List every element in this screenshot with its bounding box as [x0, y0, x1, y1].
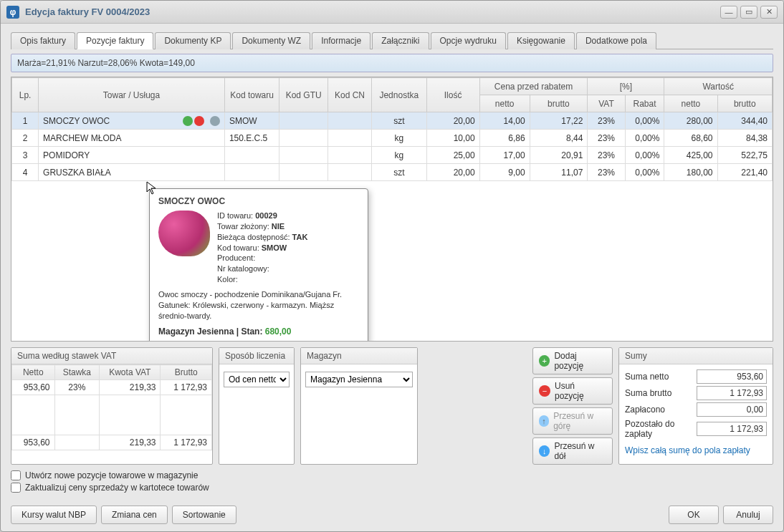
window: φ Edycja faktury FV 0004/2023 — ▭ ✕ Opis… — [0, 0, 784, 532]
money-icon[interactable] — [183, 116, 193, 126]
tab-opcje-wydruku[interactable]: Opcje wydruku — [431, 32, 506, 49]
app-icon: φ — [6, 6, 19, 19]
col-netto[interactable]: netto — [479, 95, 530, 112]
check-create-items[interactable]: Utwórz nowe pozycje towarowe w magazynie — [11, 470, 773, 480]
minimize-button[interactable]: — — [720, 6, 737, 19]
vat-col-netto: Netto — [12, 365, 55, 380]
col-brutto[interactable]: brutto — [530, 95, 588, 112]
tooltip-image — [158, 211, 210, 256]
table-row[interactable]: 3POMIDORYkg25,0017,0020,9123%0,00%425,00… — [12, 147, 773, 164]
grid-group-header: Lp. Towar / Usługa Kod towaru Kod GTU Ko… — [12, 78, 773, 95]
col-gtu[interactable]: Kod GTU — [279, 78, 328, 112]
items-grid[interactable]: Lp. Towar / Usługa Kod towaru Kod GTU Ko… — [11, 77, 773, 342]
tooltip-title: SMOCZY OWOC — [158, 196, 359, 206]
arrow-down-icon: ↓ — [539, 445, 550, 457]
move-down-button[interactable]: ↓Przesuń w dół — [532, 437, 613, 465]
checkboxes: Utwórz nowe pozycje towarowe w magazynie… — [11, 470, 773, 493]
col-qty[interactable]: Ilość — [426, 78, 479, 112]
col-rabat[interactable]: Rabat — [625, 95, 664, 112]
tooltip-stock: Magazyn Jesienna | Stan: 680,00 — [158, 327, 359, 337]
nbp-rates-button[interactable]: Kursy walut NBP — [11, 506, 97, 524]
sums-panel: Sumy Suma netto953,60Suma brutto1 172,93… — [618, 347, 773, 465]
vat-summary-panel: Suma według stawek VAT Netto Stawka Kwot… — [11, 347, 213, 465]
vat-col-kwota: Kwota VAT — [100, 365, 161, 380]
tab-pozycje-faktury[interactable]: Pozycje faktury — [77, 32, 153, 49]
warehouse-panel: Magazyn Magazyn Jesienna — [300, 347, 418, 465]
col-name[interactable]: Towar / Usługa — [39, 78, 225, 112]
info-strip: Marża=21,91% Narzut=28,06% Kwota=149,00 — [11, 54, 773, 72]
col-vat[interactable]: VAT — [588, 95, 625, 112]
warehouse-header: Magazyn — [301, 348, 417, 364]
change-prices-button[interactable]: Zmiana cen — [101, 506, 168, 524]
col-group-percent: [%] — [588, 78, 664, 95]
col-wnetto[interactable]: netto — [664, 95, 717, 112]
check-update-input[interactable] — [11, 483, 21, 493]
check-update-prices[interactable]: Zaktualizuj ceny sprzedaży w kartotece t… — [11, 483, 773, 493]
vat-panel-header: Suma według stawek VAT — [11, 348, 212, 364]
remove-item-button[interactable]: −Usuń pozycję — [532, 377, 613, 405]
move-up-button[interactable]: ↑Przesuń w górę — [532, 407, 613, 435]
content: Opis fakturyPozycje fakturyDokumenty KPD… — [1, 24, 783, 500]
vat-row[interactable]: 953,60 23% 219,33 1 172,93 — [12, 380, 212, 395]
window-title: Edycja faktury FV 0004/2023 — [25, 6, 720, 17]
tab-dokumenty-kp[interactable]: Dokumenty KP — [155, 32, 231, 49]
calc-mode-select[interactable]: Od cen netto — [224, 372, 290, 387]
col-lp[interactable]: Lp. — [12, 78, 39, 112]
sum-row: Suma netto953,60 — [625, 369, 767, 384]
tab-dodatkowe-pola[interactable]: Dodatkowe pola — [576, 32, 656, 49]
sum-row: Pozostało do zapłaty1 172,93 — [625, 419, 767, 439]
maximize-button[interactable]: ▭ — [740, 6, 757, 19]
add-item-button[interactable]: +Dodaj pozycję — [532, 347, 613, 374]
col-unit[interactable]: Jednostka — [372, 78, 426, 112]
fill-paid-link[interactable]: Wpisz całą sumę do pola zapłaty — [625, 445, 750, 455]
col-code[interactable]: Kod towaru — [224, 78, 279, 112]
tab-informacje[interactable]: Informacje — [312, 32, 371, 49]
cancel-button[interactable]: Anuluj — [723, 506, 773, 524]
calc-mode-panel: Sposób liczenia Od cen netto — [219, 347, 295, 465]
sum-row: Zapłacono0,00 — [625, 402, 767, 417]
tab-księgowanie[interactable]: Księgowanie — [507, 32, 575, 49]
action-buttons: +Dodaj pozycję −Usuń pozycję ↑Przesuń w … — [532, 347, 613, 465]
sort-button[interactable]: Sortowanie — [172, 506, 236, 524]
titlebar: φ Edycja faktury FV 0004/2023 — ▭ ✕ — [1, 1, 783, 24]
sums-header: Sumy — [619, 348, 773, 364]
minus-icon: − — [539, 385, 550, 397]
item-tooltip: SMOCZY OWOC ID towaru: 00029 Towar złożo… — [149, 188, 368, 342]
bag-icon[interactable] — [194, 116, 204, 126]
close-button[interactable]: ✕ — [760, 6, 778, 19]
wrench-icon[interactable] — [210, 116, 220, 126]
table-row[interactable]: 4GRUSZKA BIAŁAszt20,009,0011,0723%0,00%1… — [12, 164, 773, 181]
tooltip-fields: ID towaru: 00029 Towar złożony: NIE Bież… — [217, 211, 307, 285]
vat-footer: 953,60 219,33 1 172,93 — [12, 435, 212, 450]
col-wbrutto[interactable]: brutto — [717, 95, 772, 112]
tab-załączniki[interactable]: Załączniki — [372, 32, 429, 49]
arrow-up-icon: ↑ — [539, 415, 549, 427]
plus-icon: + — [539, 355, 550, 367]
window-controls: — ▭ ✕ — [720, 6, 778, 19]
tooltip-description: Owoc smoczy - pochodzenie Dominikana/Guj… — [158, 289, 359, 321]
ok-button[interactable]: OK — [669, 506, 719, 524]
panels-row: Suma według stawek VAT Netto Stawka Kwot… — [11, 347, 773, 465]
calc-mode-header: Sposób liczenia — [219, 348, 294, 364]
warehouse-select[interactable]: Magazyn Jesienna — [305, 372, 413, 387]
tab-opis-faktury[interactable]: Opis faktury — [11, 32, 75, 49]
table-row[interactable]: 2MARCHEW MŁODA150.E.C.5kg10,006,868,4423… — [12, 130, 773, 147]
vat-col-rate: Stawka — [54, 365, 100, 380]
check-create-input[interactable] — [11, 470, 21, 480]
sum-row: Suma brutto1 172,93 — [625, 386, 767, 400]
tab-dokumenty-wz[interactable]: Dokumenty WZ — [232, 32, 310, 49]
col-group-price: Cena przed rabatem — [479, 78, 588, 95]
col-cn[interactable]: Kod CN — [328, 78, 371, 112]
table-row[interactable]: 1SMOCZY OWOCSMOWszt20,0014,0017,2223%0,0… — [12, 112, 773, 130]
col-group-value: Wartość — [664, 78, 773, 95]
tabs: Opis fakturyPozycje fakturyDokumenty KPD… — [11, 32, 773, 49]
vat-col-brutto: Brutto — [161, 365, 212, 380]
bottom-bar: Kursy walut NBP Zmiana cen Sortowanie OK… — [11, 506, 773, 524]
